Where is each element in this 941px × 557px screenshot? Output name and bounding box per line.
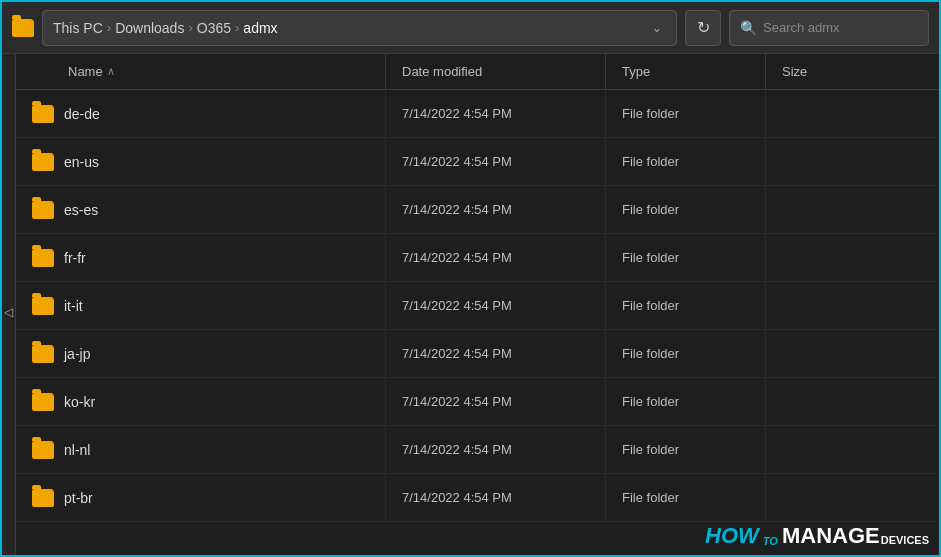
file-date-cell: 7/14/2022 4:54 PM	[386, 474, 606, 521]
breadcrumb-path[interactable]: This PC › Downloads › O365 › admx ⌄	[42, 10, 677, 46]
col-header-type[interactable]: Type	[606, 54, 766, 89]
folder-icon	[32, 297, 54, 315]
search-bar[interactable]: 🔍 Search admx	[729, 10, 929, 46]
file-date-cell: 7/14/2022 4:54 PM	[386, 138, 606, 185]
col-header-size[interactable]: Size	[766, 54, 939, 89]
file-name-text: en-us	[64, 154, 99, 170]
file-size-cell	[766, 282, 939, 329]
col-size-label: Size	[782, 64, 807, 79]
file-type-text: File folder	[622, 154, 679, 169]
folder-icon	[32, 105, 54, 123]
file-name-cell: ja-jp	[16, 330, 386, 377]
file-name-text: de-de	[64, 106, 100, 122]
breadcrumb-dropdown-icon[interactable]: ⌄	[648, 21, 666, 35]
file-name-text: nl-nl	[64, 442, 90, 458]
search-icon: 🔍	[740, 20, 757, 36]
sidebar-arrow-icon: ◁	[4, 305, 13, 319]
table-row[interactable]: de-de 7/14/2022 4:54 PM File folder	[16, 90, 939, 138]
table-row[interactable]: pt-br 7/14/2022 4:54 PM File folder	[16, 474, 939, 522]
file-date-text: 7/14/2022 4:54 PM	[402, 442, 512, 457]
file-type-text: File folder	[622, 394, 679, 409]
search-placeholder-text: Search admx	[763, 20, 840, 35]
file-name-text: ja-jp	[64, 346, 90, 362]
watermark-devices: DEVICES	[881, 534, 929, 547]
file-size-cell	[766, 138, 939, 185]
folder-icon	[32, 249, 54, 267]
file-name-cell: fr-fr	[16, 234, 386, 281]
breadcrumb-sep-1: ›	[107, 20, 111, 35]
file-area: ◁ Name ∧ Date modified Type Size	[2, 54, 939, 555]
file-date-cell: 7/14/2022 4:54 PM	[386, 282, 606, 329]
column-headers: Name ∧ Date modified Type Size	[16, 54, 939, 90]
file-name-cell: pt-br	[16, 474, 386, 521]
breadcrumb-sep-3: ›	[235, 20, 239, 35]
breadcrumb-o365[interactable]: O365	[197, 20, 231, 36]
file-size-cell	[766, 474, 939, 521]
file-type-cell: File folder	[606, 186, 766, 233]
watermark-to: TO	[763, 535, 778, 547]
table-row[interactable]: ja-jp 7/14/2022 4:54 PM File folder	[16, 330, 939, 378]
file-date-text: 7/14/2022 4:54 PM	[402, 250, 512, 265]
file-date-text: 7/14/2022 4:54 PM	[402, 394, 512, 409]
col-date-label: Date modified	[402, 64, 482, 79]
table-row[interactable]: ko-kr 7/14/2022 4:54 PM File folder	[16, 378, 939, 426]
file-name-cell: de-de	[16, 90, 386, 137]
table-row[interactable]: it-it 7/14/2022 4:54 PM File folder	[16, 282, 939, 330]
address-bar: This PC › Downloads › O365 › admx ⌄ ↻ 🔍 …	[2, 2, 939, 54]
file-type-text: File folder	[622, 490, 679, 505]
file-name-cell: ko-kr	[16, 378, 386, 425]
breadcrumb-sep-2: ›	[188, 20, 192, 35]
file-size-cell	[766, 378, 939, 425]
table-row[interactable]: fr-fr 7/14/2022 4:54 PM File folder	[16, 234, 939, 282]
col-type-label: Type	[622, 64, 650, 79]
file-list: de-de 7/14/2022 4:54 PM File folder en-u…	[16, 90, 939, 555]
file-size-cell	[766, 234, 939, 281]
watermark-how: HOW	[705, 525, 759, 547]
folder-icon	[32, 441, 54, 459]
table-row[interactable]: nl-nl 7/14/2022 4:54 PM File folder	[16, 426, 939, 474]
file-date-text: 7/14/2022 4:54 PM	[402, 154, 512, 169]
file-type-cell: File folder	[606, 474, 766, 521]
file-date-cell: 7/14/2022 4:54 PM	[386, 378, 606, 425]
folder-icon	[32, 489, 54, 507]
file-date-text: 7/14/2022 4:54 PM	[402, 490, 512, 505]
file-name-cell: es-es	[16, 186, 386, 233]
file-name-cell: nl-nl	[16, 426, 386, 473]
file-type-text: File folder	[622, 202, 679, 217]
breadcrumb-admx[interactable]: admx	[243, 20, 277, 36]
folder-icon	[32, 201, 54, 219]
sidebar-strip: ◁	[2, 54, 16, 555]
file-name-text: es-es	[64, 202, 98, 218]
file-type-cell: File folder	[606, 234, 766, 281]
table-row[interactable]: es-es 7/14/2022 4:54 PM File folder	[16, 186, 939, 234]
file-date-cell: 7/14/2022 4:54 PM	[386, 186, 606, 233]
file-type-cell: File folder	[606, 138, 766, 185]
table-row[interactable]: en-us 7/14/2022 4:54 PM File folder	[16, 138, 939, 186]
breadcrumb-this-pc[interactable]: This PC	[53, 20, 103, 36]
file-name-text: pt-br	[64, 490, 93, 506]
file-size-cell	[766, 186, 939, 233]
col-header-name[interactable]: Name ∧	[16, 54, 386, 89]
file-type-text: File folder	[622, 442, 679, 457]
file-size-cell	[766, 90, 939, 137]
folder-icon-addressbar	[12, 19, 34, 37]
file-type-cell: File folder	[606, 90, 766, 137]
file-size-cell	[766, 330, 939, 377]
breadcrumb-downloads[interactable]: Downloads	[115, 20, 184, 36]
file-type-cell: File folder	[606, 282, 766, 329]
file-type-text: File folder	[622, 298, 679, 313]
file-type-text: File folder	[622, 346, 679, 361]
refresh-button[interactable]: ↻	[685, 10, 721, 46]
file-type-cell: File folder	[606, 426, 766, 473]
col-header-date[interactable]: Date modified	[386, 54, 606, 89]
file-type-text: File folder	[622, 106, 679, 121]
file-date-cell: 7/14/2022 4:54 PM	[386, 90, 606, 137]
file-date-text: 7/14/2022 4:54 PM	[402, 202, 512, 217]
file-name-cell: it-it	[16, 282, 386, 329]
file-size-cell	[766, 426, 939, 473]
folder-icon	[32, 153, 54, 171]
main-content: Name ∧ Date modified Type Size de-de	[16, 54, 939, 555]
file-name-text: it-it	[64, 298, 83, 314]
file-name-text: ko-kr	[64, 394, 95, 410]
file-date-cell: 7/14/2022 4:54 PM	[386, 234, 606, 281]
